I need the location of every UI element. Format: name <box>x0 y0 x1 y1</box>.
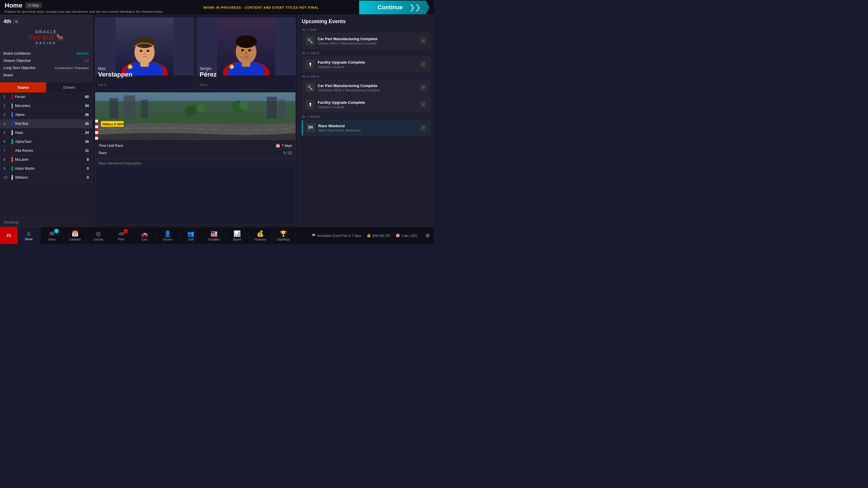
standings-team: Haas <box>15 131 83 135</box>
help-button[interactable]: H Help <box>25 3 42 8</box>
long-term-label: Long-Term Objective <box>3 66 36 70</box>
nav-item-home[interactable]: ⌂ Home <box>18 227 40 244</box>
standings-color <box>11 103 13 108</box>
standings-points: 60 <box>85 95 89 99</box>
event-section: IN 6 DAYS 🔧 Car Part Manufacturing Compl… <box>302 75 431 112</box>
event-subtitle: Chassis RB22-1 Manufacturing Complete <box>318 42 417 45</box>
event-title: Facility Upgrade Complete <box>318 60 417 64</box>
nav-item-finances[interactable]: 💰 Finances <box>249 227 272 244</box>
event-item[interactable]: 🔧 Car Part Manufacturing Complete Chassi… <box>302 33 431 48</box>
nav-item-inbox[interactable]: 3 ✉ Inbox <box>40 227 64 244</box>
nav-icon-staff: 👥 <box>187 230 194 237</box>
track-visual: PIRELLI P ZERO <box>95 92 296 140</box>
long-term-row: Long-Term Objective Constructors' Champi… <box>3 64 89 72</box>
nav-label-race: Race <box>118 238 125 241</box>
event-link-button[interactable]: ↗ <box>420 37 427 44</box>
event-item[interactable]: ⬆ Facility Upgrade Complete Upgrade Comp… <box>302 56 431 72</box>
long-term-value: Constructors' Champion <box>55 66 89 70</box>
nav-icon-standings: 🏆 <box>280 230 287 237</box>
driver1-firstname: Max <box>98 66 191 71</box>
tab-teams[interactable]: Teams <box>0 83 46 93</box>
event-section: IN 1 DAY 🔧 Car Part Manufacturing Comple… <box>302 28 431 48</box>
redbull-text: Red Bull 🐂 <box>28 34 64 41</box>
event-link-button[interactable]: ↗ <box>420 101 427 108</box>
driver2-card[interactable]: 10th ▲ <box>196 18 296 90</box>
nav-label-home: Home <box>25 238 33 241</box>
nav-item-cars[interactable]: 🚗 Cars <box>133 227 156 244</box>
nav-icon-board: 📊 <box>234 230 241 237</box>
standings-color <box>11 139 13 144</box>
race-info: Time Until Race 📅7 days Race 3 / 22 <box>95 140 296 159</box>
standings-row: 6 AlphaTauri 16 <box>0 137 92 146</box>
standings-row: 5 Haas 24 <box>0 128 92 137</box>
position-dropdown-icon[interactable]: ▾ <box>13 19 20 24</box>
bull-icon: 🐂 <box>56 34 64 41</box>
svg-point-40 <box>184 106 195 116</box>
season-objective-value: 1st <box>84 59 89 63</box>
standings-color <box>11 121 13 126</box>
nav-item-race[interactable]: ! 🏎 Race <box>110 227 133 244</box>
nav-item-calendar[interactable]: 📅 Calendar <box>64 227 87 244</box>
driver1-card[interactable]: 3rd - <box>95 18 194 90</box>
nav-label-staff: Staff <box>188 238 193 241</box>
standings-points: 11 <box>85 149 89 153</box>
event-subtitle: Upgrade Complete <box>318 65 417 68</box>
event-item[interactable]: ⬆ Facility Upgrade Complete Upgrade Comp… <box>302 97 431 112</box>
date-status: 📅 1 Apr, 2022 <box>396 234 417 237</box>
event-item[interactable]: 🏁 Race Weekend Albert Park Circuit, Melb… <box>302 120 431 136</box>
settings-button[interactable]: ⚙ <box>421 227 434 244</box>
event-subtitle: Albert Park Circuit, Melbourne <box>318 129 417 132</box>
continue-chevrons: ❯❯ <box>409 3 421 11</box>
event-icon: ⬆ <box>306 60 315 69</box>
nav-icon-home: ⌂ <box>27 230 30 237</box>
standings-rank: 7 <box>3 149 9 153</box>
racing-text: RACING <box>28 41 64 45</box>
event-link-button[interactable]: ↗ <box>420 61 427 68</box>
event-title: Car Part Manufacturing Complete <box>318 37 417 41</box>
svg-rect-31 <box>95 120 98 140</box>
nav-icon-circuits: ◎ <box>96 230 101 237</box>
svg-text:PIRELLI P ZERO: PIRELLI P ZERO <box>102 123 125 126</box>
event-link-button[interactable]: ↗ <box>420 124 427 131</box>
f1-logo: F1 <box>0 227 18 244</box>
nav-icon-cars: 🚗 <box>141 230 148 237</box>
race-status-text: Australian Grand Prix in 7 days <box>317 234 361 237</box>
redbull-label: Red Bull <box>28 34 54 41</box>
svg-point-7 <box>147 50 150 52</box>
tab-drivers[interactable]: Drivers <box>46 83 93 93</box>
page-title: Home <box>5 2 22 9</box>
nav-item-facilities[interactable]: 🏭 Facilities <box>203 227 226 244</box>
standings-points: 0 <box>87 175 89 180</box>
season-objective-label: Season Objective <box>3 59 31 63</box>
event-section-label: IN 6 DAYS <box>302 75 431 78</box>
nav-item-standings[interactable]: 🏆 Standings <box>272 227 295 244</box>
header: Home H Help Prepare for upcoming races, … <box>0 0 434 15</box>
nav-label-standings: Standings <box>277 238 290 241</box>
standings-team: Aston Martin <box>15 166 85 170</box>
nav-item-staff[interactable]: 👥 Staff <box>179 227 203 244</box>
event-item[interactable]: 🔧 Car Part Manufacturing Complete Underf… <box>302 80 431 95</box>
nav-label-cars: Cars <box>142 238 148 241</box>
standings-team: Williams <box>15 175 85 180</box>
event-link-button[interactable]: ↗ <box>420 84 427 91</box>
nav-label-board: Board <box>233 238 241 241</box>
svg-rect-28 <box>278 100 286 118</box>
standings-team: Alpine <box>15 113 83 117</box>
upcoming-events-title: Upcoming Events <box>302 19 431 25</box>
nav-item-drivers[interactable]: 👤 Drivers <box>156 227 179 244</box>
event-subtitle: Underfloor RB22-1 Manufacturing Complete <box>318 89 417 92</box>
nav-item-board[interactable]: 📊 Board <box>226 227 249 244</box>
continue-button[interactable]: → Continue ❯❯ <box>359 1 429 14</box>
standings-color <box>11 166 13 171</box>
standings-rank: 10 <box>3 175 9 180</box>
event-section-label: IN 1 WEEK <box>302 115 431 119</box>
svg-rect-24 <box>110 98 118 118</box>
svg-rect-33 <box>95 126 98 128</box>
event-section: IN 3 DAYS ⬆ Facility Upgrade Complete Up… <box>302 52 431 72</box>
standings-rank: 8 <box>3 158 9 162</box>
flag-icon: 🏁 <box>312 234 316 237</box>
events-container: IN 1 DAY 🔧 Car Part Manufacturing Comple… <box>302 28 431 136</box>
event-icon: 🏁 <box>306 123 315 132</box>
nav-item-circuits[interactable]: ◎ Circuits <box>87 227 110 244</box>
season-objective-row: Season Objective 1st <box>3 57 89 64</box>
